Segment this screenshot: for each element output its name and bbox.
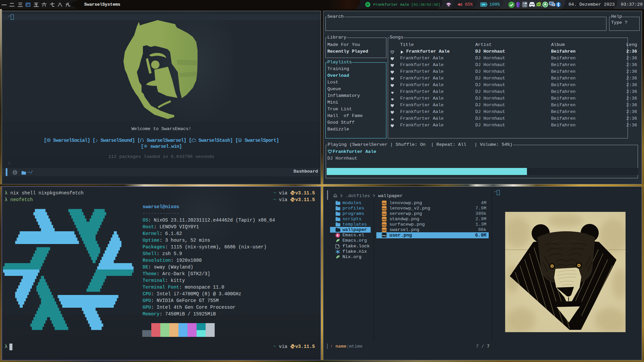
svg-text:PNG: PNG (382, 213, 386, 215)
svg-text:PNG: PNG (382, 224, 386, 226)
svg-text:PNG: PNG (382, 208, 386, 210)
svg-text:E: E (14, 171, 16, 174)
svg-text:PNG: PNG (382, 219, 386, 221)
svg-text:PNG: PNG (382, 202, 386, 204)
svg-text:PNG: PNG (382, 229, 386, 231)
svg-text:PNG: PNG (382, 235, 386, 237)
svg-text:@: @ (239, 139, 241, 142)
